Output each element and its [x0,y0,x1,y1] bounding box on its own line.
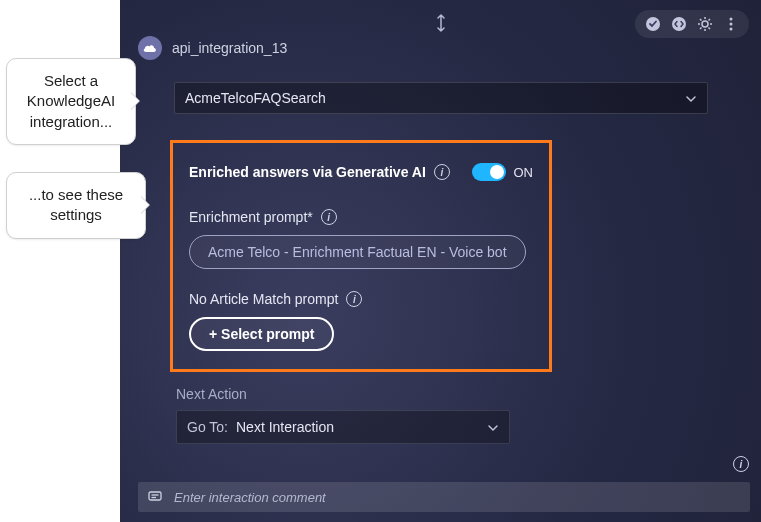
svg-line-8 [709,28,711,30]
checkmark-icon[interactable] [643,14,663,34]
enrichment-prompt-value: Acme Telco - Enrichment Factual EN - Voi… [208,244,507,260]
svg-line-9 [700,28,702,30]
svg-line-10 [709,19,711,21]
generative-ai-title: Enriched answers via Generative AI [189,164,426,180]
kebab-menu-icon[interactable] [721,14,741,34]
gear-icon[interactable] [695,14,715,34]
enrichment-prompt-pill[interactable]: Acme Telco - Enrichment Factual EN - Voi… [189,235,526,269]
comment-bar [138,482,750,512]
comment-icon [146,488,164,506]
svg-line-7 [700,19,702,21]
enrichment-prompt-label: Enrichment prompt* i [189,209,533,225]
chevron-down-icon [487,419,499,435]
no-article-match-label: No Article Match prompt i [189,291,533,307]
svg-point-11 [730,18,733,21]
editor-canvas: api_integration_13 AcmeTelcoFAQSearch En… [0,0,761,522]
svg-rect-14 [149,492,161,500]
interaction-name[interactable]: api_integration_13 [172,40,287,56]
toggle-state-label: ON [514,165,534,180]
next-action-prefix: Go To: [187,419,228,435]
svg-point-2 [702,21,708,27]
comment-input[interactable] [174,490,742,505]
chevron-down-icon [685,90,697,106]
callout-select-integration: Select a KnowledgeAI integration... [6,58,136,145]
next-action-select[interactable]: Go To: Next Interaction [176,410,510,444]
svg-point-12 [730,23,733,26]
integration-select-value: AcmeTelcoFAQSearch [185,90,326,106]
info-icon[interactable]: i [346,291,362,307]
interaction-header: api_integration_13 [138,36,287,60]
drag-handle-icon[interactable] [435,14,447,37]
cloud-icon [138,36,162,60]
next-action-value: Next Interaction [236,419,334,435]
info-icon[interactable]: i [434,164,450,180]
generative-ai-panel: Enriched answers via Generative AI i ON … [170,140,552,372]
info-icon[interactable]: i [733,456,749,472]
callout-see-settings: ...to see these settings [6,172,146,239]
interaction-toolbar [635,10,749,38]
svg-point-13 [730,28,733,31]
integration-select[interactable]: AcmeTelcoFAQSearch [174,82,708,114]
select-prompt-button[interactable]: + Select prompt [189,317,334,351]
code-icon[interactable] [669,14,689,34]
generative-ai-toggle[interactable] [472,163,506,181]
next-action-label: Next Action [176,386,247,402]
info-icon[interactable]: i [321,209,337,225]
